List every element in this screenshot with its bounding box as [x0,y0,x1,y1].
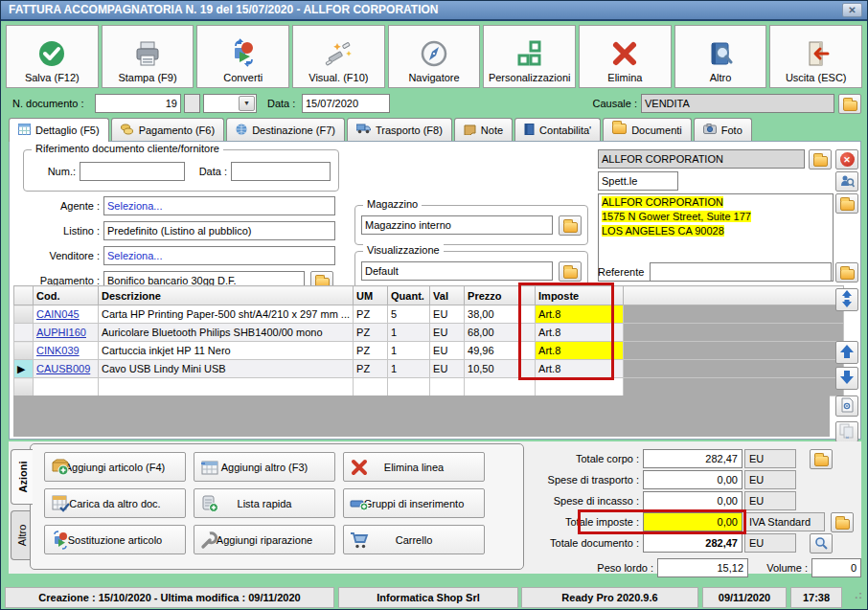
col-val[interactable]: Val [430,286,465,305]
tab-contabilita[interactable]: Contabilita' [514,118,601,141]
referente-field[interactable] [650,262,832,282]
item-code-link[interactable]: CAUSB009 [36,363,90,374]
totale-corpo-folder-button[interactable] [810,449,833,469]
col-imposte[interactable]: Imposte [536,286,624,305]
camera-icon [703,124,717,136]
visual-button[interactable]: Visual. (F10) [292,25,385,88]
iva-standard-field[interactable]: IVA Standard [744,512,825,531]
col-prezzo[interactable]: Prezzo [465,286,536,305]
listino-dropdown[interactable]: Predefinito (Listino al pubblico) [103,221,335,240]
convert-button[interactable]: Converti [196,25,289,88]
copy-rows-button[interactable] [835,421,858,442]
item-code-link[interactable]: CAIN045 [36,308,80,320]
agente-field[interactable]: Seleziona... [103,196,335,215]
doc-type-dropdown[interactable] [203,94,257,113]
navigator-button[interactable]: Navigatore [388,25,481,88]
delete-button[interactable]: Elimina [579,25,672,88]
move-row-updown-button[interactable] [835,288,858,311]
table-row[interactable]: AUPHI160 Auricolare Bluetooth Philips SH… [14,324,844,342]
table-row[interactable]: CAIN045 Carta HP Printing Paper-500 sht/… [14,305,844,324]
table-row-empty[interactable] [14,378,844,396]
current-row-marker: ▶ [14,360,34,378]
customer-clear-button[interactable] [835,149,858,169]
row-settings-button[interactable] [835,395,858,417]
totale-zoom-button[interactable] [810,533,833,554]
carica-da-altro-doc-button[interactable]: Carica da altro doc. [44,488,186,518]
riferimento-fieldset: Riferimento documento cliente/fornitore … [23,149,339,192]
aggiungi-altro-button[interactable]: Aggiungi altro (F3) [194,452,335,482]
person-search-icon [840,174,855,190]
listino-label: Listino : [10,221,100,240]
col-quant[interactable]: Quant. [388,286,430,305]
table-row-current[interactable]: ▶ CAUSB009 Cavo USB Lindy Mini USB PZ 1 … [14,360,844,378]
address-folder-button[interactable] [835,193,858,214]
data-label: Data : [267,94,295,113]
spese-trasporto-label: Spese di trasporto : [430,470,639,489]
spese-incasso-field[interactable]: 0,00 [643,491,742,510]
item-code-link[interactable]: AUPHI160 [36,327,86,338]
tab-dettaglio[interactable]: Dettaglio (F5) [9,118,109,142]
spese-trasporto-field[interactable]: 0,00 [643,470,742,489]
volume-field[interactable]: 0 [811,558,861,577]
doc-suffix-box [184,94,200,113]
venditore-field[interactable]: Seleziona... [103,246,335,265]
tab-azioni[interactable]: Azioni [11,449,33,505]
iva-folder-button[interactable] [831,512,854,532]
customer-search-button[interactable] [835,171,858,192]
lista-rapida-button[interactable]: Lista rapida [194,488,335,518]
rif-data-field[interactable] [231,162,331,181]
visualizzazione-folder-button[interactable] [559,261,582,282]
folder-icon [563,222,578,233]
table-row[interactable]: CINK039 Cartuccia inkjet HP 11 Nero PZ 1… [14,342,844,360]
col-descrizione[interactable]: Descrizione [99,286,354,305]
col-um[interactable]: UM [354,286,388,305]
n-documento-field[interactable]: 19 [95,94,181,113]
tab-note[interactable]: Note [454,118,513,141]
referente-folder-button[interactable] [835,262,858,282]
address-line: LOS ANGELES CA 90028 [602,224,830,238]
causale-folder-button[interactable] [838,94,861,114]
visualizzazione-dropdown[interactable]: Default [361,261,553,281]
other-button[interactable]: Altro [674,25,767,88]
tab-pagamento[interactable]: Pagamento (F6) [111,118,224,141]
convert-shapes-icon [51,531,70,550]
aggiungi-articolo-button[interactable]: Aggiungi articolo (F4) [44,452,186,482]
sostituzione-articolo-button[interactable]: Sostituzione articolo [44,525,186,554]
red-x-icon [609,35,640,72]
exit-button[interactable]: Uscita (ESC) [769,25,862,88]
venditore-label: Venditore : [10,246,100,265]
tab-trasporto[interactable]: Trasporto (F8) [347,118,452,141]
aggiungi-riparazione-button[interactable]: Aggiungi riparazione [194,525,335,554]
print-button[interactable]: Stampa (F9) [102,25,194,88]
tab-documenti[interactable]: Documenti [603,118,692,141]
resize-grip[interactable]: .: [855,589,863,600]
tab-destinazione[interactable]: Destinazione (F7) [226,118,345,141]
window-title: FATTURA ACCOMPAGNATORIA N. 19 del 15/07/… [9,3,439,16]
totale-corpo-label: Totale corpo : [430,449,639,468]
magazzino-field[interactable]: Magazzino interno [361,215,553,235]
save-button[interactable]: Salva (F12) [6,25,99,88]
n-documento-label: N. documento : [12,94,84,113]
folder-icon [814,456,829,466]
customer-folder-button[interactable] [809,149,832,169]
items-header-row: Cod. Descrizione UM Quant. Val Prezzo Im… [14,286,844,305]
rif-num-field[interactable] [80,162,185,181]
tab-foto[interactable]: Foto [694,118,752,141]
data-field[interactable]: 15/07/2020 [302,94,390,113]
spese-incasso-currency: EU [744,491,796,510]
close-button[interactable]: ✕ [842,3,862,17]
remove-circle-icon [840,152,855,167]
item-code-link[interactable]: CINK039 [36,345,80,356]
copy-documents-icon [839,423,855,441]
chevron-down-icon[interactable] [239,96,255,111]
col-cod[interactable]: Cod. [34,286,99,305]
peso-lordo-field[interactable]: 15,12 [657,558,748,577]
customizations-button[interactable]: Personalizzazioni [483,25,576,88]
document-header-row: N. documento : 19 Data : 15/07/2020 Caus… [1,93,867,116]
move-row-down-button[interactable] [835,367,858,390]
magazzino-folder-button[interactable] [559,215,582,236]
main-toolbar: Salva (F12) Stampa (F9) Converti Visual.… [6,25,862,88]
totale-imposte-label: Totale imposte : [430,512,639,531]
salutation-field[interactable] [598,171,678,191]
move-row-up-button[interactable] [835,341,858,364]
